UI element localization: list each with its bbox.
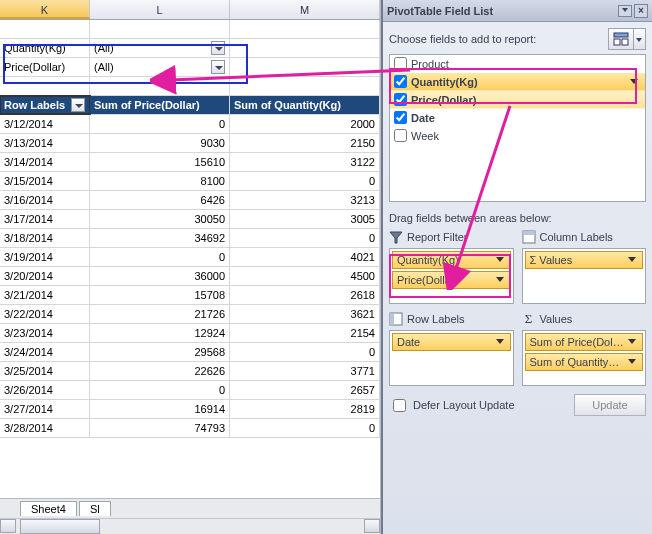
field-chip[interactable]: Date xyxy=(392,333,511,351)
choose-fields-label: Choose fields to add to report: xyxy=(389,33,536,45)
field-label: Week xyxy=(411,130,641,142)
field-label: Date xyxy=(411,112,641,124)
columns-icon xyxy=(522,230,536,244)
column-headers: K L M xyxy=(0,0,380,20)
defer-layout-checkbox[interactable]: Defer Layout Update xyxy=(389,396,515,415)
values-area: Σ Values Sum of Price(Dol…Sum of Quantit… xyxy=(522,310,647,386)
svg-rect-6 xyxy=(390,313,394,325)
table-row[interactable]: 3/13/201490302150 xyxy=(0,134,380,153)
chevron-down-icon[interactable] xyxy=(628,255,638,265)
field-chip[interactable]: Sum of Quantity… xyxy=(525,353,644,371)
field-chip[interactable]: Sum of Price(Dol… xyxy=(525,333,644,351)
report-filter-well[interactable]: Quantity(Kg)Price(Dollar) xyxy=(389,248,514,304)
table-row[interactable]: 3/28/2014747930 xyxy=(0,419,380,438)
field-label: Product xyxy=(411,58,641,70)
field-chip[interactable]: Price(Dollar) xyxy=(392,271,511,289)
svg-rect-4 xyxy=(523,231,535,235)
table-row[interactable]: 3/14/2014156103122 xyxy=(0,153,380,172)
pane-titlebar[interactable]: PivotTable Field List × xyxy=(383,0,652,22)
table-row[interactable]: 3/15/201481000 xyxy=(0,172,380,191)
chevron-down-icon[interactable] xyxy=(628,357,638,367)
table-row[interactable]: 3/17/2014300503005 xyxy=(0,210,380,229)
table-row[interactable]: 3/16/201464263213 xyxy=(0,191,380,210)
field-item[interactable]: Date xyxy=(390,109,645,127)
update-button[interactable]: Update xyxy=(574,394,646,416)
field-checkbox[interactable] xyxy=(394,93,407,106)
chevron-down-icon[interactable] xyxy=(496,337,506,347)
table-row[interactable]: 3/20/2014360004500 xyxy=(0,267,380,286)
layout-icon xyxy=(613,31,629,47)
table-row[interactable]: 3/12/201402000 xyxy=(0,115,380,134)
pivot-field-list-pane: PivotTable Field List × Choose fields to… xyxy=(381,0,652,534)
field-checkbox[interactable] xyxy=(394,75,407,88)
defer-label: Defer Layout Update xyxy=(413,399,515,411)
table-row[interactable]: 3/24/2014295680 xyxy=(0,343,380,362)
svg-rect-1 xyxy=(614,39,620,45)
field-label: Quantity(Kg) xyxy=(411,76,629,88)
area-title-label: Row Labels xyxy=(407,313,464,325)
table-row[interactable]: 3/26/201402657 xyxy=(0,381,380,400)
table-row[interactable]: 3/23/2014129242154 xyxy=(0,324,380,343)
svg-rect-0 xyxy=(614,33,628,37)
col-header-m[interactable]: M xyxy=(230,0,380,19)
sheet-tab[interactable]: Sheet4 xyxy=(20,501,77,516)
col-header-l[interactable]: L xyxy=(90,0,230,19)
drag-areas-label: Drag fields between areas below: xyxy=(389,212,646,224)
chevron-down-icon[interactable] xyxy=(496,275,506,285)
layout-options-button[interactable] xyxy=(608,28,634,50)
pane-title: PivotTable Field List xyxy=(387,5,493,17)
svg-rect-2 xyxy=(622,39,628,45)
col-header-k[interactable]: K xyxy=(0,0,90,19)
area-title-label: Report Filter xyxy=(407,231,468,243)
chevron-down-icon[interactable] xyxy=(629,76,641,88)
chip-label: Sum of Price(Dol… xyxy=(530,336,629,348)
filter-dropdown[interactable] xyxy=(211,60,225,74)
values-well[interactable]: Sum of Price(Dol…Sum of Quantity… xyxy=(522,330,647,386)
field-chip[interactable]: Quantity(Kg) xyxy=(392,251,511,269)
funnel-icon xyxy=(389,230,403,244)
filter-dropdown[interactable] xyxy=(211,41,225,55)
field-chip[interactable]: Σ Values xyxy=(525,251,644,269)
chip-label: Σ Values xyxy=(530,254,629,266)
table-row[interactable]: 3/19/201404021 xyxy=(0,248,380,267)
table-row[interactable]: 3/27/2014169142819 xyxy=(0,400,380,419)
sheet-tabs: Sheet4 Sl xyxy=(0,498,380,518)
grid[interactable]: Quantity(Kg)(All)Price(Dollar)(All)Row L… xyxy=(0,20,380,498)
table-row[interactable]: 3/21/2014157082618 xyxy=(0,286,380,305)
chip-label: Quantity(Kg) xyxy=(397,254,496,266)
field-checkbox[interactable] xyxy=(394,111,407,124)
field-item[interactable]: Quantity(Kg) xyxy=(390,73,645,91)
chevron-down-icon[interactable] xyxy=(496,255,506,265)
area-title-label: Values xyxy=(540,313,573,325)
field-list[interactable]: ProductQuantity(Kg)Price(Dollar)DateWeek xyxy=(389,54,646,202)
table-row[interactable]: 3/25/2014226263771 xyxy=(0,362,380,381)
sheet-tab[interactable]: Sl xyxy=(79,501,111,516)
field-item[interactable]: Price(Dollar) xyxy=(390,91,645,109)
report-filter-area: Report Filter Quantity(Kg)Price(Dollar) xyxy=(389,228,514,304)
pane-options-dropdown[interactable] xyxy=(618,5,632,17)
field-item[interactable]: Week xyxy=(390,127,645,145)
sigma-icon: Σ xyxy=(522,312,536,326)
defer-checkbox-input[interactable] xyxy=(393,399,406,412)
chip-label: Date xyxy=(397,336,496,348)
row-labels-well[interactable]: Date xyxy=(389,330,514,386)
horizontal-scrollbar[interactable] xyxy=(0,518,380,534)
chip-label: Price(Dollar) xyxy=(397,274,496,286)
field-checkbox[interactable] xyxy=(394,129,407,142)
layout-options-dropdown[interactable] xyxy=(634,28,646,50)
field-label: Price(Dollar) xyxy=(411,94,641,106)
area-title-label: Column Labels xyxy=(540,231,613,243)
worksheet: K L M Quantity(Kg)(All)Price(Dollar)(All… xyxy=(0,0,381,534)
row-labels-area: Row Labels Date xyxy=(389,310,514,386)
column-labels-well[interactable]: Σ Values xyxy=(522,248,647,304)
table-row[interactable]: 3/22/2014217263621 xyxy=(0,305,380,324)
field-checkbox[interactable] xyxy=(394,57,407,70)
rows-icon xyxy=(389,312,403,326)
chip-label: Sum of Quantity… xyxy=(530,356,629,368)
table-row[interactable]: 3/18/2014346920 xyxy=(0,229,380,248)
field-item[interactable]: Product xyxy=(390,55,645,73)
row-labels-dropdown[interactable] xyxy=(71,98,85,112)
chevron-down-icon[interactable] xyxy=(628,337,638,347)
pane-body: Choose fields to add to report: ProductQ… xyxy=(383,22,652,422)
close-icon[interactable]: × xyxy=(634,4,648,18)
